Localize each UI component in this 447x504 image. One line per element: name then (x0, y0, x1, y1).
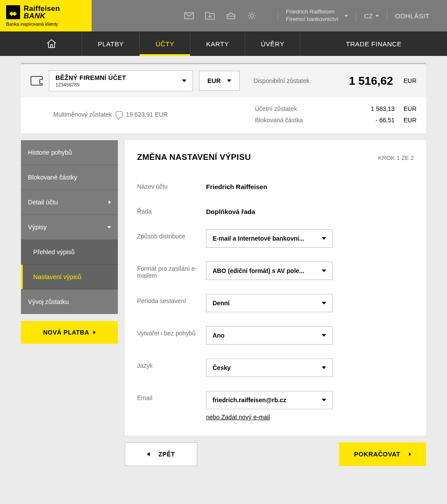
select-jazyk[interactable]: Česky (206, 359, 333, 377)
continue-button[interactable]: POKRAČOVAT (339, 442, 426, 466)
ledger-label: Účetní zůstatek (255, 105, 334, 112)
chevron-down-icon (322, 334, 326, 337)
select-format[interactable]: ABO (ediční formát) s AV pole... (206, 262, 333, 280)
chevron-down-icon (375, 15, 379, 17)
nav-ucty[interactable]: ÚČTY (140, 31, 190, 56)
divider (387, 10, 387, 22)
blocked-value: - 66,51 (334, 117, 395, 124)
label-format: Formát pro zasílání e-mailem (137, 262, 206, 279)
nav-home[interactable] (21, 31, 82, 56)
label-email: Email (137, 391, 206, 401)
chevron-down-icon (182, 79, 186, 82)
sidebar-item-vyvoj[interactable]: Vývoj zůstatku (21, 290, 118, 314)
account-name: BĚŽNÝ FIREMNÍ ÚČET (55, 74, 186, 81)
ledger-currency: EUR (395, 105, 416, 112)
ledger-value: 1 583,13 (334, 105, 395, 112)
blocked-currency: EUR (395, 117, 416, 124)
gear-icon[interactable] (247, 11, 257, 21)
select-vytvaret[interactable]: Ano (206, 326, 333, 345)
label-jazyk: Jazyk (137, 359, 206, 369)
nav-karty[interactable]: KARTY (190, 31, 245, 56)
wallet-icon (31, 76, 43, 86)
chevron-down-icon (322, 399, 326, 401)
action-bar: ZPĚT POKRAČOVAT (125, 442, 426, 466)
tools-icon[interactable] (226, 11, 236, 21)
back-button[interactable]: ZPĚT (125, 442, 197, 466)
value-rada: Doplňková řada (206, 204, 255, 215)
select-email[interactable]: friedrich.raiffeisen@rb.cz (206, 391, 333, 409)
available-balance-value: 1 516,62 (349, 74, 393, 88)
label-vytvaret: Vytvářet i bez pohybů (137, 326, 206, 337)
label-rada: Řada (137, 204, 206, 215)
chevron-down-icon (322, 269, 326, 272)
info-icon[interactable] (116, 111, 123, 117)
nav-platby[interactable]: PLATBY (82, 31, 140, 56)
sidebar: Historie pohybů Blokované částky Detail … (21, 140, 118, 314)
account-select[interactable]: BĚŽNÝ FIREMNÍ ÚČET 123456789 (49, 70, 193, 91)
available-balance-label: Disponibilní zůstatek (254, 77, 309, 84)
logo-text: Raiffeisen BANK (24, 5, 60, 20)
main-nav: PLATBY ÚČTY KARTY ÚVĚRY TRADE FINANCE (0, 31, 447, 56)
value-nazev: Friedrich Raiffeisen (206, 180, 267, 190)
chevron-left-icon (147, 452, 150, 456)
main-panel: ZMĚNA NASTAVENÍ VÝPISU KROK 1 ZE 2 Název… (125, 140, 426, 435)
logout-link[interactable]: ODHLÁSIT (395, 12, 430, 20)
divider (278, 10, 278, 22)
logo-icon (6, 5, 20, 19)
select-perioda[interactable]: Denní (206, 294, 333, 312)
chevron-down-icon (322, 366, 326, 369)
svg-point-1 (251, 14, 254, 17)
new-email-link[interactable]: nebo Zadat nový e-mail (206, 414, 333, 421)
download-folder-icon[interactable] (205, 11, 215, 21)
sidebar-item-nastaveni[interactable]: Nastavení výpisů (21, 265, 118, 290)
currency-value: EUR (207, 77, 221, 84)
sidebar-item-vypisy[interactable]: Výpisy (21, 215, 118, 240)
chevron-down-icon (322, 302, 326, 304)
chevron-right-icon (409, 452, 411, 456)
new-payment-button[interactable]: NOVÁ PLATBA (21, 321, 118, 344)
logo-block[interactable]: Raiffeisen BANK Banka inspirovaná klient… (0, 0, 92, 31)
step-indicator: KROK 1 ZE 2 (378, 155, 414, 161)
chevron-down-icon (227, 79, 231, 82)
select-distribuce[interactable]: E-mail a Internetové bankovni... (206, 229, 333, 248)
blocked-label: Blokovaná částka (255, 117, 334, 124)
page-title: ZMĚNA NASTAVENÍ VÝPISU (137, 152, 251, 162)
nav-trade-finance[interactable]: TRADE FINANCE (300, 31, 447, 56)
sidebar-item-detail[interactable]: Detail účtu (21, 190, 118, 215)
chevron-down-icon (344, 15, 348, 17)
language-select[interactable]: CZ (364, 12, 379, 20)
user-info: Friedrich Raiffeisen Firemní bankovnictv… (286, 8, 338, 23)
mail-icon[interactable] (184, 11, 194, 21)
sidebar-item-historie[interactable]: Historie pohybů (21, 140, 118, 165)
chevron-down-icon (322, 237, 326, 240)
divider (356, 10, 356, 22)
multi-currency-balance: Multiměnový zůstatek 19 623,91 EUR (53, 105, 168, 124)
account-bar: BĚŽNÝ FIREMNÍ ÚČET 123456789 EUR Disponi… (21, 63, 426, 97)
account-details: Multiměnový zůstatek 19 623,91 EUR Účetn… (21, 97, 426, 133)
chevron-down-icon (107, 226, 111, 228)
logo-tagline: Banka inspirovaná klienty (6, 21, 92, 27)
header-icons (184, 11, 257, 21)
label-nazev: Název účtu (137, 180, 206, 190)
label-perioda: Perioda sestavení (137, 294, 206, 304)
sidebar-item-blokovane[interactable]: Blokované částky (21, 165, 118, 190)
currency-select[interactable]: EUR (199, 71, 240, 91)
label-distribuce: Způsob distribuce (137, 229, 206, 240)
nav-uvery[interactable]: ÚVĚRY (245, 31, 301, 56)
chevron-right-icon (109, 200, 111, 204)
header-top: Raiffeisen BANK Banka inspirovaná klient… (0, 0, 447, 31)
sidebar-item-prehled[interactable]: Přehled výpisů (21, 240, 118, 265)
chevron-right-icon (93, 331, 96, 334)
available-balance-currency: EUR (403, 77, 416, 84)
user-menu[interactable]: Friedrich Raiffeisen Firemní bankovnictv… (286, 8, 348, 23)
account-number: 123456789 (55, 82, 186, 87)
